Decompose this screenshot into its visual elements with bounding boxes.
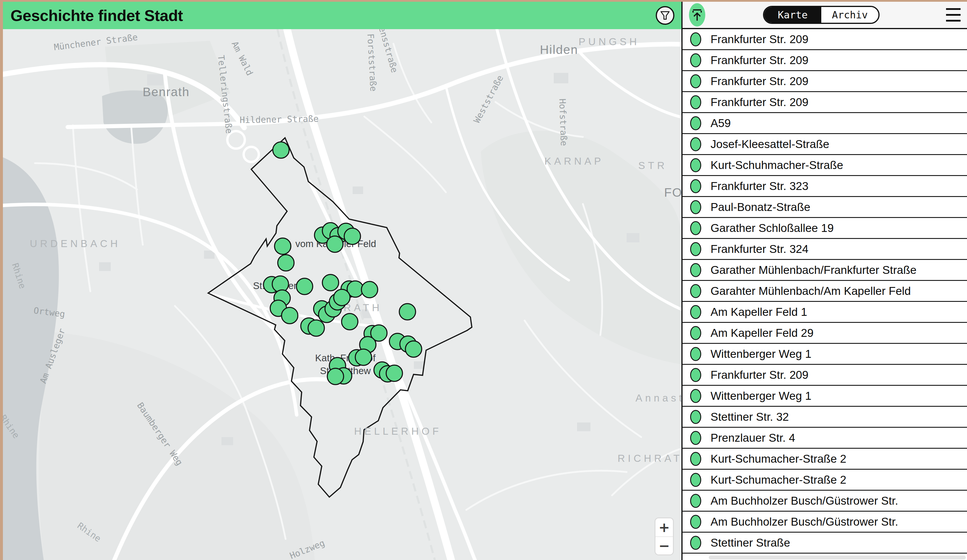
map-marker[interactable] — [355, 349, 371, 366]
map-marker[interactable] — [296, 278, 313, 295]
map-label: Hildener Straße — [239, 114, 319, 125]
zoom-in-button[interactable]: + — [655, 518, 673, 536]
marker-dot-icon — [690, 368, 701, 382]
marker-dot-icon — [690, 158, 701, 172]
sidebar-header: Karte Archiv — [683, 2, 967, 29]
map-marker[interactable] — [386, 365, 403, 381]
map-marker[interactable] — [308, 320, 324, 336]
marker-dot-icon — [690, 221, 701, 235]
list-item[interactable]: Wittenberger Weg 1 — [683, 386, 967, 407]
list-item[interactable]: Wittenberger Weg 1 — [683, 344, 967, 365]
map-marker[interactable] — [334, 289, 350, 306]
list-item[interactable]: Frankfurter Str. 209 — [683, 92, 967, 113]
map-marker[interactable] — [327, 368, 343, 385]
list-item-label: Am Kapeller Feld 1 — [711, 306, 807, 318]
marker-dot-icon — [690, 284, 701, 298]
map-label: Benrath — [142, 85, 190, 99]
scroll-to-top-button[interactable] — [689, 3, 705, 26]
list-item[interactable]: A59 — [683, 113, 967, 134]
list-item[interactable]: Josef-Kleesattel-Straße — [683, 134, 967, 155]
map-label: HELLERHOF — [354, 425, 442, 437]
map-zoom-control: + − — [655, 517, 674, 555]
list-item-label: Kurt-Schumacher-Straße 2 — [711, 453, 847, 465]
page-title: Geschichte findet Stadt — [10, 7, 183, 25]
list-item[interactable]: Frankfurter Str. 209 — [683, 29, 967, 50]
list-item[interactable]: Frankfurter Str. 209 — [683, 71, 967, 92]
list-item-label: Frankfurter Str. 209 — [711, 75, 809, 88]
map-label: Hilden — [540, 43, 578, 56]
list-item[interactable]: Frankfurter Str. 209 — [683, 365, 967, 386]
menu-button[interactable] — [946, 8, 960, 21]
list-item-label: A59 — [711, 117, 731, 130]
marker-dot-icon — [690, 74, 701, 88]
list-item[interactable]: Frankfurter Str. 209 — [683, 50, 967, 71]
map-label: STR — [638, 160, 667, 171]
list-item-label: Garather Schloßallee 19 — [711, 222, 834, 234]
list-item-label: Frankfurter Str. 209 — [711, 33, 809, 46]
list-item[interactable]: Garather Mühlenbach/Frankfurter Straße — [683, 260, 967, 281]
list-item[interactable]: Am Kapeller Feld 1 — [683, 302, 967, 323]
marker-dot-icon — [690, 53, 701, 67]
marker-dot-icon — [690, 536, 701, 550]
marker-dot-icon — [690, 389, 701, 403]
map-label: FO — [664, 186, 682, 199]
list-item[interactable]: Frankfurter Str. 324 — [683, 239, 967, 260]
list-item-label: Kurt-Schumacher-Straße 2 — [711, 473, 847, 486]
list-item-label: Wittenberger Weg 1 — [711, 348, 811, 361]
filter-button[interactable] — [656, 6, 674, 25]
marker-dot-icon — [690, 32, 701, 46]
map-marker[interactable] — [399, 304, 416, 320]
list-item-label: Frankfurter Str. 209 — [711, 54, 809, 67]
map-marker[interactable] — [278, 255, 294, 271]
list-item[interactable]: Am Buchholzer Busch/Güstrower Str. — [683, 491, 967, 512]
zoom-out-button[interactable]: − — [655, 536, 673, 555]
list-item[interactable]: Stettiner Str. 32 — [683, 407, 967, 428]
list-item[interactable]: Garather Schloßallee 19 — [683, 218, 967, 239]
list-item[interactable]: Garahter Mühlenbach/Am Kapeller Feld — [683, 281, 967, 302]
list-item[interactable]: Kurt-Schumacher-Straße 2 — [683, 449, 967, 470]
list-item[interactable]: Paul-Bonatz-Straße — [683, 197, 967, 218]
map-pane[interactable]: Münchener StraßeBenrathHildener StraßeAm… — [3, 2, 682, 560]
map-marker[interactable] — [342, 313, 358, 330]
tab-archiv[interactable]: Archiv — [821, 7, 878, 23]
list-item[interactable]: Stettiner Straße — [683, 533, 967, 553]
marker-dot-icon — [690, 263, 701, 277]
marker-dot-icon — [690, 179, 701, 193]
marker-dot-icon — [690, 515, 701, 529]
list-item[interactable]: Frankfurter Str. 323 — [683, 176, 967, 197]
list-item-label: Prenzlauer Str. 4 — [711, 432, 795, 444]
list-item-label: Stettiner Straße — [711, 536, 790, 549]
list-item-label: Am Buchholzer Busch/Güstrower Str. — [711, 494, 898, 507]
map-marker[interactable] — [327, 236, 343, 252]
marker-dot-icon — [690, 326, 701, 340]
list-item[interactable]: Kurt-Schuhmacher-Straße — [683, 155, 967, 176]
horizontal-scrollbar[interactable] — [709, 556, 966, 559]
list-item-label: Stettiner Str. 32 — [711, 410, 789, 423]
list-item-label: Wittenberger Weg 1 — [711, 390, 811, 402]
map-marker[interactable] — [361, 282, 378, 298]
marker-dot-icon — [690, 137, 701, 151]
marker-dot-icon — [690, 431, 701, 445]
list-item[interactable]: Kurt-Schumacher-Straße 2 — [683, 470, 967, 491]
marker-dot-icon — [690, 95, 701, 109]
map-marker[interactable] — [273, 142, 289, 158]
list-item[interactable]: Am Buchholzer Busch/Güstrower Str. — [683, 512, 967, 533]
map-marker[interactable] — [274, 238, 291, 254]
map-marker[interactable] — [344, 228, 360, 244]
map-marker[interactable] — [405, 341, 422, 357]
hamburger-icon — [946, 8, 960, 10]
tab-karte[interactable]: Karte — [764, 7, 821, 23]
map-label: Hofstraße — [557, 99, 569, 146]
list-item[interactable]: Prenzlauer Str. 4 — [683, 428, 967, 449]
list-item-label: Am Kapeller Feld 29 — [711, 327, 814, 339]
funnel-icon — [660, 10, 670, 21]
list-item-label: Frankfurter Str. 324 — [711, 243, 809, 255]
app-window: Münchener StraßeBenrathHildener StraßeAm… — [3, 2, 967, 560]
marker-dot-icon — [690, 452, 701, 466]
list-item-label: Garather Mühlenbach/Frankfurter Straße — [711, 264, 917, 277]
list-item[interactable]: Am Kapeller Feld 29 — [683, 323, 967, 344]
map-marker[interactable] — [322, 275, 339, 291]
app-header: Geschichte findet Stadt — [3, 2, 682, 29]
map-marker[interactable] — [282, 307, 298, 324]
map-canvas[interactable]: Münchener StraßeBenrathHildener StraßeAm… — [3, 2, 682, 560]
